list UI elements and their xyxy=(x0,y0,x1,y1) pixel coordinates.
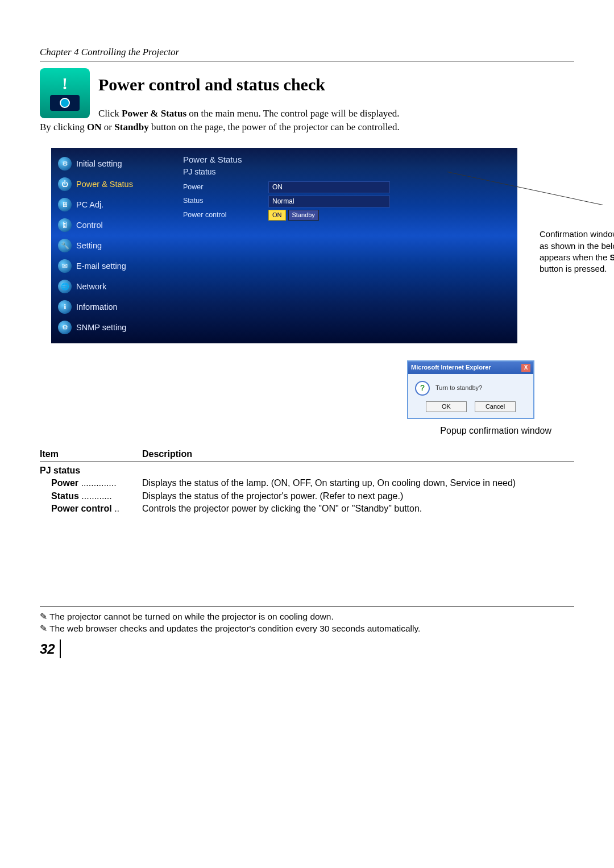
status-value: Normal xyxy=(268,196,390,207)
intro-text: Click Power & Status on the main menu. T… xyxy=(98,107,574,121)
status-label: Status xyxy=(183,196,268,206)
chapter-header: Chapter 4 Controlling the Projector xyxy=(40,45,574,61)
on-button[interactable]: ON xyxy=(268,210,286,221)
table-section: PJ status xyxy=(40,464,574,477)
sidebar-label: PC Adj. xyxy=(76,199,103,210)
status-row: Status Normal xyxy=(183,196,509,207)
alert-camera-icon: ! xyxy=(40,68,90,118)
confirmation-popup: Microsoft Internet Explorer X ? Turn to … xyxy=(407,360,534,419)
title-section: ! Power control and status check Click P… xyxy=(40,68,574,121)
sidebar-item-control[interactable]: 🎛Control xyxy=(56,215,175,235)
sidebar-item-information[interactable]: ℹInformation xyxy=(56,297,175,317)
power-value: ON xyxy=(268,181,390,193)
globe-icon: 🌐 xyxy=(58,280,72,293)
close-icon[interactable]: X xyxy=(521,364,530,372)
sidebar-item-setting[interactable]: 🔧Setting xyxy=(56,235,175,256)
power-control-row: Power control ON Standby xyxy=(183,210,509,221)
table-row: Status ............Displays the status o… xyxy=(40,490,574,502)
cancel-button[interactable]: Cancel xyxy=(475,401,516,412)
page-title: Power control and status check xyxy=(98,73,574,97)
table-header-description: Description xyxy=(142,448,192,460)
gear-icon: ⚙ xyxy=(58,157,72,171)
snmp-icon: ⚙ xyxy=(58,321,72,334)
sidebar-item-pc-adj[interactable]: 🖥PC Adj. xyxy=(56,194,175,215)
popup-caption: Popup confirmation window xyxy=(440,425,551,437)
main-panel: Power & Status PJ status Power ON Status… xyxy=(180,148,517,343)
sidebar-item-email-setting[interactable]: ✉E-mail setting xyxy=(56,256,175,276)
panel-title: Power & Status xyxy=(183,153,509,165)
footnotes: The projector cannot be turned on while … xyxy=(40,607,574,635)
power-label: Power xyxy=(183,182,268,193)
sidebar-label: Setting xyxy=(76,240,102,251)
power-control-label: Power control xyxy=(183,210,268,221)
power-icon: ⏻ xyxy=(58,177,72,191)
sidebar-label: Information xyxy=(76,301,118,313)
wrench-icon: 🔧 xyxy=(58,239,72,252)
sidebar-item-snmp-setting[interactable]: ⚙SNMP setting xyxy=(56,317,175,338)
popup-titlebar: Microsoft Internet Explorer X xyxy=(408,362,533,373)
description-table: Item Description PJ status Power .......… xyxy=(40,448,574,516)
info-icon: ℹ xyxy=(58,300,72,314)
sidebar-item-power-status[interactable]: ⏻Power & Status xyxy=(56,174,175,194)
note-2: The web browser checks and updates the p… xyxy=(40,622,574,635)
sidebar-item-initial-setting[interactable]: ⚙Initial setting xyxy=(56,153,175,174)
control-icon: 🎛 xyxy=(58,218,72,232)
sidebar-label: E-mail setting xyxy=(76,260,126,272)
monitor-icon: 🖥 xyxy=(58,198,72,211)
note-1: The projector cannot be turned on while … xyxy=(40,610,574,623)
popup-title-text: Microsoft Internet Explorer xyxy=(411,363,491,372)
table-header-item: Item xyxy=(40,448,142,460)
projector-web-screenshot: ⚙Initial setting ⏻Power & Status 🖥PC Adj… xyxy=(51,148,517,343)
sidebar-item-network[interactable]: 🌐Network xyxy=(56,276,175,297)
sidebar-label: Network xyxy=(76,281,106,292)
sidebar-label: SNMP setting xyxy=(76,322,126,333)
sidebar-label: Initial setting xyxy=(76,158,122,169)
standby-button[interactable]: Standby xyxy=(288,210,319,221)
sidebar-label: Power & Status xyxy=(76,178,133,190)
panel-section: PJ status xyxy=(183,167,509,178)
popup-message: Turn to standby? xyxy=(435,384,482,392)
ok-button[interactable]: OK xyxy=(426,401,467,412)
intro-text-2: By clicking ON or Standby button on the … xyxy=(40,121,574,134)
callout-text: Confirmation window as shown in the belo… xyxy=(533,225,614,279)
question-icon: ? xyxy=(415,381,430,396)
power-row: Power ON xyxy=(183,181,509,193)
page-number: 32 xyxy=(40,639,61,659)
sidebar-label: Control xyxy=(76,219,103,231)
table-row: Power ..............Displays the status … xyxy=(40,477,574,489)
mail-icon: ✉ xyxy=(58,259,72,273)
sidebar: ⚙Initial setting ⏻Power & Status 🖥PC Adj… xyxy=(51,148,180,343)
table-row: Power control ..Controls the projector p… xyxy=(40,502,574,515)
